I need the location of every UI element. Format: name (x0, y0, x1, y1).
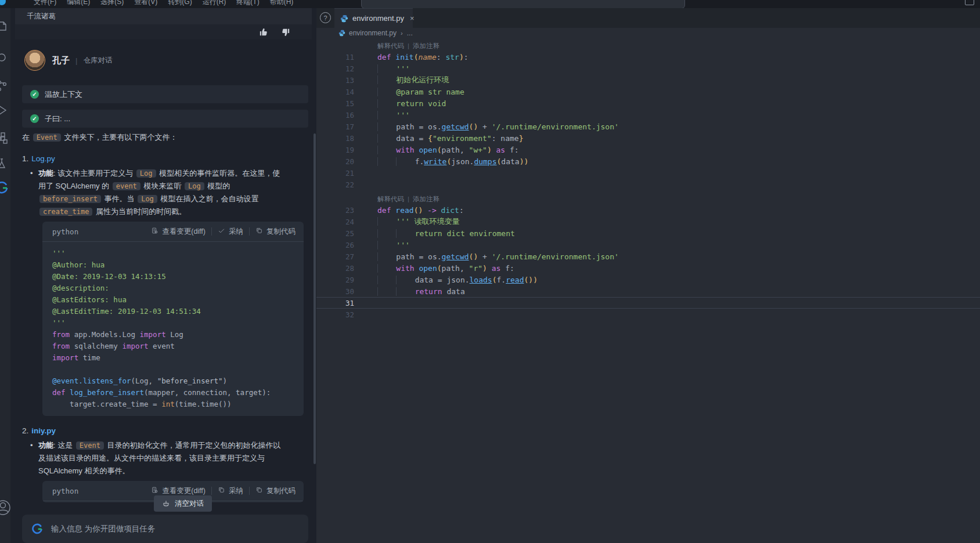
test-icon[interactable] (0, 157, 9, 171)
line-number[interactable]: 16 (316, 111, 366, 120)
editor-line[interactable]: 32 (316, 309, 980, 320)
line-number[interactable]: 12 (316, 64, 366, 73)
line-number[interactable]: 25 (316, 229, 366, 238)
code-token: '/.runtime/environment.json' (492, 122, 619, 131)
codelens-explain-link[interactable]: 解释代码 (377, 42, 404, 49)
menu-item[interactable]: 终端(T) (236, 0, 259, 6)
line-number[interactable]: 14 (316, 88, 366, 96)
line-number[interactable]: 19 (316, 146, 366, 154)
breadcrumb-more[interactable]: ... (407, 29, 413, 37)
code-token: read (395, 206, 413, 215)
line-number[interactable]: 32 (316, 310, 366, 319)
chat-input-box[interactable] (22, 515, 308, 543)
menu-item[interactable]: 编辑(E) (67, 0, 90, 6)
codelens-comment-link[interactable]: 添加注释 (413, 42, 439, 49)
line-number[interactable]: 26 (316, 241, 366, 249)
line-number[interactable]: 22 (316, 180, 366, 189)
editor-line[interactable]: 16 ''' (316, 109, 980, 121)
file-link[interactable]: iniy.py (31, 426, 56, 435)
breadcrumb-file[interactable]: environment.py (349, 29, 397, 37)
line-content: def read() -> dict: (377, 206, 464, 215)
tab-close-icon[interactable]: × (410, 14, 415, 23)
editor-line[interactable]: 26 ''' (316, 239, 980, 251)
extensions-icon[interactable] (0, 131, 9, 145)
breadcrumb[interactable]: environment.py › ... (316, 28, 980, 38)
editor-line[interactable]: 20 f.write(json.dumps(data)) (316, 155, 980, 167)
editor-line[interactable]: 27 path = os.getcwd() + '/.runtime/envir… (316, 251, 980, 262)
menu-item[interactable]: 运行(R) (203, 0, 226, 6)
source-control-icon[interactable] (0, 79, 9, 93)
line-number[interactable]: 24 (316, 218, 366, 226)
accept-button[interactable]: 采纳 (218, 227, 243, 237)
editor-line[interactable]: 18 data = {"environment": name} (316, 132, 980, 144)
line-number[interactable]: 30 (316, 287, 366, 296)
account-icon[interactable] (0, 498, 10, 517)
line-number[interactable]: 29 (316, 276, 366, 284)
menu-item[interactable]: 转到(G) (168, 0, 192, 6)
editor-line[interactable]: 19 with open(path, "w+") as f: (316, 144, 980, 155)
line-number[interactable]: 17 (316, 122, 366, 131)
line-number[interactable]: 15 (316, 99, 366, 108)
clear-conversation-button[interactable]: 清空对话 (154, 495, 212, 512)
editor-line[interactable]: 11def init(name: str): (316, 51, 980, 63)
code-editor[interactable]: 解释代码|添加注释11def init(name: str):12 '''13 … (316, 38, 980, 543)
view-diff-button[interactable]: 查看变更(diff) (151, 486, 206, 496)
menu-item[interactable]: 文件(F) (34, 0, 56, 6)
copy-code-button[interactable]: 复制代码 (255, 227, 296, 237)
line-number[interactable]: 27 (316, 252, 366, 261)
codelens-comment-link[interactable]: 添加注释 (413, 196, 439, 202)
editor-line[interactable]: 24 ''' 读取环境变量 (316, 216, 980, 227)
line-number[interactable]: 18 (316, 134, 366, 143)
view-diff-button[interactable]: 查看变更(diff) (151, 227, 206, 237)
code-token: : (464, 53, 469, 61)
accept-button[interactable]: 采纳 (218, 486, 243, 496)
line-number[interactable]: 11 (316, 53, 366, 61)
inline-code-badge: event (113, 182, 140, 190)
status-item-context[interactable]: ✓ 温故上下文 (22, 85, 308, 103)
file-link[interactable]: Log.py (31, 154, 55, 163)
line-number[interactable]: 13 (316, 76, 366, 85)
accept-button-label: 采纳 (229, 486, 243, 496)
help-icon[interactable]: ? (320, 12, 331, 23)
line-number[interactable]: 31 (316, 299, 366, 307)
status-item-reply[interactable]: ✓ 子曰: ... (22, 110, 308, 128)
editor-line[interactable]: 12 ''' (316, 63, 980, 74)
files-icon[interactable] (0, 20, 9, 34)
line-number[interactable]: 23 (316, 206, 366, 215)
tab-environment-py[interactable]: environment.py × (334, 8, 413, 28)
chat-scrollbar[interactable] (314, 133, 316, 464)
search-icon[interactable] (0, 51, 9, 65)
thumbs-up-icon[interactable] (258, 27, 268, 37)
editor-line[interactable]: 17 path = os.getcwd() + '/.runtime/envir… (316, 121, 980, 132)
feedback-bar (15, 24, 312, 39)
menu-item[interactable]: 帮助(H) (270, 0, 294, 6)
copy-code-button[interactable]: 复制代码 (255, 486, 296, 496)
command-center[interactable] (361, 0, 685, 8)
divider: | (75, 56, 77, 65)
layout-icon[interactable] (965, 0, 974, 5)
editor-line[interactable]: 28 with open(path, "r") as f: (316, 262, 980, 274)
editor-line[interactable]: 22 (316, 179, 980, 190)
editor-line[interactable]: 15 return void (316, 97, 980, 109)
thumbs-down-icon[interactable] (281, 27, 291, 37)
editor-line[interactable]: 23def read() -> dict: (316, 204, 980, 216)
line-content: path = os.getcwd() + '/.runtime/environm… (377, 122, 619, 131)
line-number[interactable]: 21 (316, 169, 366, 178)
line-number[interactable]: 20 (316, 157, 366, 166)
ai-extension-icon[interactable] (0, 181, 9, 195)
editor-line[interactable]: 30 return data (316, 285, 980, 297)
code-token (377, 264, 396, 273)
run-debug-icon[interactable] (0, 103, 9, 117)
editor-line[interactable]: 31 (316, 297, 980, 309)
line-number[interactable]: 28 (316, 264, 366, 273)
editor-line[interactable]: 21 (316, 167, 980, 179)
codelens-explain-link[interactable]: 解释代码 (377, 196, 404, 202)
editor-line[interactable]: 14 @param str name (316, 86, 980, 97)
menu-item[interactable]: 选择(S) (100, 0, 124, 6)
menu-item[interactable]: 查看(V) (134, 0, 157, 6)
message-input[interactable] (50, 524, 273, 534)
editor-line[interactable]: 13 初始化运行环境 (316, 74, 980, 86)
code-token: init (395, 53, 413, 61)
editor-line[interactable]: 29 data = json.loads(f.read()) (316, 274, 980, 285)
editor-line[interactable]: 25 return dict enviroment (316, 227, 980, 239)
